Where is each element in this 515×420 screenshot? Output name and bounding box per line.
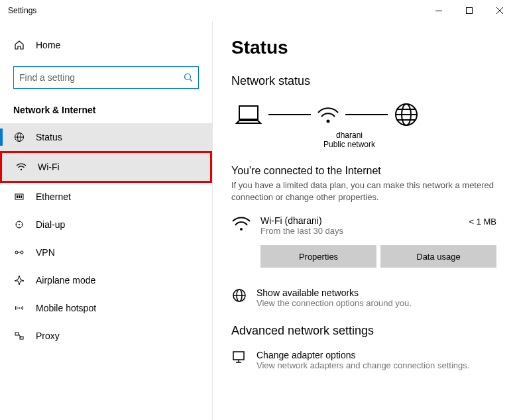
wifi-icon <box>231 215 251 233</box>
close-icon <box>496 7 503 14</box>
diagram-labels: dharani Public network <box>231 131 496 149</box>
home-icon <box>13 40 25 50</box>
search-icon <box>184 73 193 82</box>
page-title: Status <box>231 37 496 58</box>
link-title: Show available networks <box>257 288 412 298</box>
section-title: Network status <box>231 74 496 88</box>
window-controls <box>424 0 515 21</box>
advanced-title: Advanced network settings <box>231 324 496 338</box>
nav-item-wifi[interactable]: Wi-Fi <box>0 151 212 183</box>
hotspot-icon <box>13 303 25 313</box>
globe-icon <box>393 101 420 128</box>
adapter-options-link[interactable]: Change adapter options View network adap… <box>231 350 496 370</box>
nav-label: VPN <box>36 247 55 258</box>
globe-icon <box>231 288 247 303</box>
ethernet-icon <box>13 192 25 201</box>
maximize-icon <box>466 7 473 14</box>
svg-point-23 <box>19 307 20 309</box>
nav-list: Status Wi-Fi Ethernet Dial-up VPN Airpla… <box>0 123 212 350</box>
network-name: dharani <box>316 131 382 140</box>
svg-point-34 <box>240 228 243 231</box>
network-diagram <box>231 101 496 128</box>
svg-point-4 <box>185 74 191 80</box>
available-networks-link[interactable]: Show available networks View the connect… <box>231 288 496 308</box>
diagram-line <box>268 114 311 115</box>
minimize-button[interactable] <box>424 0 454 21</box>
airplane-icon <box>13 275 25 286</box>
laptop-icon <box>234 103 263 126</box>
window-title: Settings <box>8 6 36 15</box>
titlebar: Settings <box>0 0 515 21</box>
nav-label: Ethernet <box>36 191 71 202</box>
svg-rect-0 <box>435 11 442 11</box>
connection-row: Wi-Fi (dharani) From the last 30 days < … <box>231 215 496 236</box>
wifi-icon <box>316 105 340 125</box>
nav-item-status[interactable]: Status <box>0 123 212 151</box>
diagram-line <box>345 114 388 115</box>
nav-label: Dial-up <box>36 219 65 230</box>
globe-icon <box>13 132 25 142</box>
svg-point-21 <box>21 251 23 254</box>
connection-name: Wi-Fi (dharani) <box>260 215 459 226</box>
svg-rect-12 <box>19 195 20 198</box>
vpn-icon <box>13 248 25 256</box>
maximize-button[interactable] <box>454 0 485 21</box>
link-sub: View network adapters and change connect… <box>257 360 469 370</box>
connected-desc: If you have a limited data plan, you can… <box>231 180 496 203</box>
button-row: Properties Data usage <box>231 245 496 268</box>
sidebar: Home Network & Internet Status Wi-Fi Eth… <box>0 21 212 420</box>
nav-item-ethernet[interactable]: Ethernet <box>0 183 212 211</box>
svg-line-5 <box>190 79 193 82</box>
svg-rect-1 <box>467 8 473 14</box>
minimize-icon <box>435 11 442 11</box>
nav-item-dialup[interactable]: Dial-up <box>0 211 212 238</box>
adapter-icon <box>231 350 247 364</box>
svg-rect-11 <box>17 195 18 198</box>
nav-label: Proxy <box>36 331 60 341</box>
category-title: Network & Internet <box>0 105 212 123</box>
search-box[interactable] <box>13 66 199 89</box>
wifi-icon <box>15 162 27 172</box>
svg-rect-38 <box>233 352 244 360</box>
search-input[interactable] <box>19 72 184 83</box>
connection-sub: From the last 30 days <box>260 226 459 236</box>
svg-point-28 <box>327 120 330 123</box>
properties-button[interactable]: Properties <box>260 245 376 268</box>
main-panel: Status Network status dharani Public net… <box>212 21 515 420</box>
nav-label: Airplane mode <box>36 275 95 286</box>
svg-point-9 <box>21 169 22 170</box>
svg-rect-24 <box>15 333 19 335</box>
link-title: Change adapter options <box>257 350 469 360</box>
data-usage-button[interactable]: Data usage <box>380 245 496 268</box>
link-sub: View the connection options around you. <box>257 298 412 308</box>
svg-rect-13 <box>21 195 22 198</box>
network-type: Public network <box>316 140 382 149</box>
home-label: Home <box>36 40 60 50</box>
dialup-icon <box>13 220 25 229</box>
nav-item-vpn[interactable]: VPN <box>0 238 212 266</box>
proxy-icon <box>13 331 25 341</box>
nav-label: Mobile hotspot <box>36 303 96 313</box>
nav-label: Status <box>36 132 62 142</box>
close-button[interactable] <box>485 0 515 21</box>
connected-title: You're connected to the Internet <box>231 165 496 177</box>
svg-point-15 <box>19 224 20 225</box>
nav-item-proxy[interactable]: Proxy <box>0 322 212 350</box>
nav-label: Wi-Fi <box>38 162 60 172</box>
nav-item-airplane[interactable]: Airplane mode <box>0 266 212 294</box>
home-link[interactable]: Home <box>0 34 212 56</box>
nav-item-hotspot[interactable]: Mobile hotspot <box>0 294 212 322</box>
connection-usage: < 1 MB <box>469 217 496 227</box>
svg-rect-27 <box>239 106 258 119</box>
svg-point-20 <box>15 251 18 254</box>
